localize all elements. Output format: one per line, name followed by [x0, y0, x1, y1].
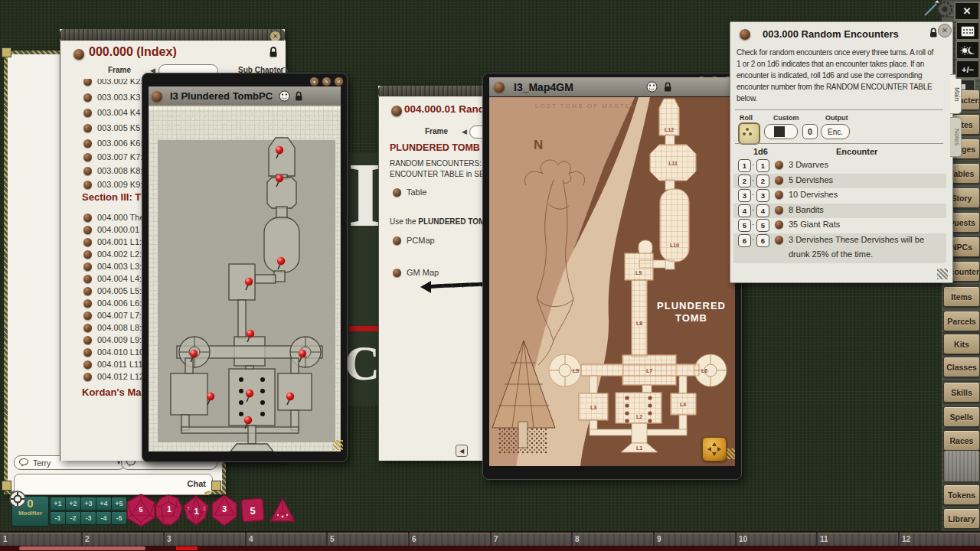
- window-knob-icon[interactable]: [152, 91, 162, 102]
- range-to[interactable]: 5: [756, 219, 769, 232]
- bottom-status-strip: [0, 546, 980, 551]
- modifiers-plusminus-icon[interactable]: +/−: [956, 60, 980, 79]
- range-from[interactable]: 6: [738, 234, 751, 247]
- encounter-link-icon[interactable]: [775, 220, 783, 229]
- encounter-link-icon[interactable]: [775, 176, 783, 184]
- map-title-bar[interactable]: I3 Plundered TombPC: [149, 86, 341, 106]
- d6-die[interactable]: 5: [240, 497, 266, 524]
- sidebar-item-parcels[interactable]: Parcels: [943, 311, 980, 331]
- link-gmmap[interactable]: GM Map: [393, 265, 439, 276]
- encounter-row[interactable]: 4 - 4 8 Bandits: [730, 204, 952, 219]
- encounter-link-icon[interactable]: [775, 236, 783, 244]
- sidebar-item-races[interactable]: Races: [943, 430, 980, 451]
- range-from[interactable]: 2: [738, 174, 751, 187]
- close-icon[interactable]: ✕: [334, 77, 344, 86]
- range-to[interactable]: 4: [756, 204, 769, 217]
- lock-icon[interactable]: [269, 47, 278, 58]
- range-from[interactable]: 1: [738, 159, 751, 172]
- modifier-minus-button[interactable]: -2: [65, 511, 81, 525]
- modifier-target-icon[interactable]: [8, 490, 27, 508]
- range-to[interactable]: 2: [756, 174, 769, 187]
- encounter-row[interactable]: 5 - 5 35 Giant Rats: [730, 219, 952, 233]
- lock-icon[interactable]: [664, 82, 672, 93]
- lock-icon[interactable]: [295, 91, 303, 102]
- range-from[interactable]: 5: [738, 219, 751, 232]
- d20-die[interactable]: 5: [125, 493, 157, 528]
- sidebar-item-tokens[interactable]: Tokens: [943, 484, 980, 505]
- map-title-bar[interactable]: I3_Map4GM: [489, 77, 735, 96]
- encounters-window[interactable]: Main Notes 003.000 Random Encounters ✕ C…: [730, 21, 953, 283]
- encounter-link-icon[interactable]: [775, 161, 783, 169]
- window-knob-icon[interactable]: [740, 29, 750, 40]
- token-face-icon[interactable]: [279, 90, 290, 102]
- sidebar-item-classes[interactable]: Classes: [943, 357, 980, 377]
- gm-map-window[interactable]: ● ✎ ✕ I3_Map4GM LOST TOMB OF MARTEK N: [482, 73, 742, 480]
- modifier-minus-button[interactable]: -4: [96, 511, 112, 525]
- encounter-link-icon[interactable]: [775, 206, 783, 214]
- d4-die[interactable]: [269, 497, 296, 524]
- token-face-icon[interactable]: [646, 81, 658, 93]
- custom-value-field[interactable]: 0: [802, 124, 818, 139]
- encounter-row[interactable]: 2 - 2 5 Dervishes: [730, 174, 952, 189]
- calendar-grid-icon[interactable]: [956, 21, 980, 41]
- link-table[interactable]: Table: [393, 184, 426, 196]
- lighting-sun-moon-icon[interactable]: [956, 41, 980, 60]
- modifier-plus-button[interactable]: +4: [96, 497, 112, 510]
- output-label: Output: [825, 114, 848, 122]
- map-pin-tool-icon[interactable]: ●: [309, 77, 319, 86]
- range-from[interactable]: 3: [738, 189, 751, 202]
- encounter-row[interactable]: 6 - 6 3 Dervishes These Dervishes will b…: [730, 234, 952, 263]
- list-item[interactable]: 003.002 K2:: [83, 79, 142, 87]
- sidebar-item-spells[interactable]: Spells: [943, 406, 980, 427]
- close-icon[interactable]: ✕: [938, 24, 952, 37]
- encounter-row[interactable]: 3 - 3 10 Dervishes: [730, 189, 952, 204]
- tab-notes[interactable]: Notes: [950, 117, 962, 157]
- modifier-plus-button[interactable]: +2: [65, 497, 81, 510]
- window-knob-icon[interactable]: [74, 49, 84, 60]
- pc-dungeon-map: [149, 106, 341, 452]
- modifier-minus-button[interactable]: -3: [80, 511, 96, 525]
- roll-dice-button[interactable]: [738, 122, 760, 145]
- sidebar-label: Library: [948, 514, 975, 523]
- d8-die[interactable]: 3: [211, 494, 238, 527]
- d12-die[interactable]: 1: [154, 494, 183, 527]
- pc-map-window[interactable]: ● ✎ ✕ I3 Plundered TombPC: [142, 73, 348, 462]
- range-to[interactable]: 6: [756, 234, 769, 247]
- range-to[interactable]: 3: [756, 189, 769, 202]
- range-to[interactable]: 1: [756, 159, 769, 172]
- window-knob-icon[interactable]: [494, 82, 505, 93]
- output-selector[interactable]: Enc.: [821, 124, 850, 139]
- sidebar-item-items[interactable]: Items: [943, 286, 980, 307]
- sidebar-item-blank[interactable]: [943, 450, 980, 482]
- lock-icon[interactable]: [929, 28, 938, 38]
- entry-icon: [83, 299, 92, 308]
- link-pcmap[interactable]: PCMap: [393, 233, 435, 244]
- modifier-minus-button[interactable]: -1: [50, 511, 66, 525]
- modifier-plus-button[interactable]: +1: [50, 497, 66, 510]
- custom-toggle[interactable]: [764, 124, 798, 139]
- modifier-plus-button[interactable]: +3: [80, 497, 96, 510]
- gm-map-canvas[interactable]: LOST TOMB OF MARTEK N: [489, 97, 735, 466]
- encounter-link-icon[interactable]: [775, 191, 783, 199]
- tab-main[interactable]: Main: [950, 74, 962, 114]
- close-sidebar-button[interactable]: ✕: [954, 2, 980, 21]
- encounter-row[interactable]: 1 - 1 3 Dwarves: [730, 159, 952, 174]
- pc-map-canvas[interactable]: [149, 106, 341, 452]
- sidebar-item-kits[interactable]: Kits: [943, 334, 980, 354]
- resize-grip[interactable]: [333, 440, 343, 450]
- story-window[interactable]: 004.000.01 Rand Frame ◀ PLUNDERED TOMB E…: [378, 86, 493, 461]
- page-prev-button[interactable]: ◀: [456, 445, 468, 457]
- map-draw-tool-icon[interactable]: ✎: [322, 77, 332, 86]
- frame-prev-icon[interactable]: ◀: [462, 128, 467, 135]
- d10-die[interactable]: 7 1 2: [182, 495, 210, 526]
- entry-icon: [83, 167, 92, 175]
- sidebar-item-skills[interactable]: Skills: [943, 382, 980, 403]
- range-from[interactable]: 4: [738, 204, 751, 217]
- hotkey-ruler-bar[interactable]: 1 2 3 4 5 6 7 8 9 10 11 12: [0, 531, 980, 547]
- ruler-number: 3: [167, 535, 172, 543]
- resize-grip[interactable]: [937, 269, 948, 279]
- sidebar-item-library[interactable]: Library: [943, 508, 980, 529]
- chat-input[interactable]: Chat: [14, 474, 213, 495]
- window-knob-icon[interactable]: [391, 106, 402, 116]
- map-pan-button[interactable]: [702, 437, 727, 461]
